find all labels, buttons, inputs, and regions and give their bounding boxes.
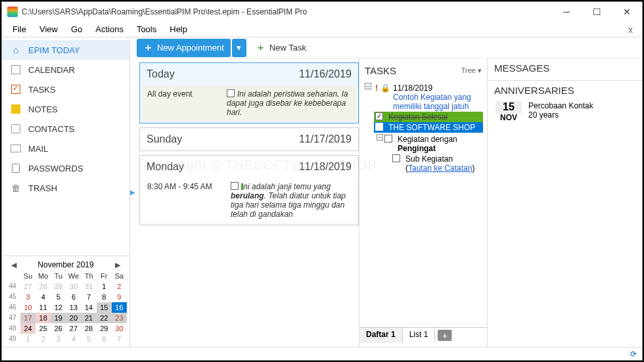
tasks-view-dropdown[interactable]: Tree ▾	[461, 66, 482, 75]
cal-week[interactable]: 49	[5, 334, 20, 344]
nav-contacts[interactable]: CONTACTS	[2, 119, 129, 139]
cal-cell[interactable]: 20	[66, 313, 81, 323]
cal-cell[interactable]: 13	[66, 302, 81, 313]
cal-cell[interactable]: 1	[97, 281, 112, 292]
task-row-selected[interactable]: THE SOFTWARE SHOP	[374, 122, 483, 133]
menu-file[interactable]: File	[6, 22, 33, 36]
cal-cell[interactable]: Mo	[35, 271, 51, 281]
nav-tasks[interactable]: TASKS	[2, 79, 129, 99]
cal-cell[interactable]: Fr	[97, 271, 112, 281]
menu-collapse-button[interactable]: x	[623, 22, 638, 37]
cal-cell[interactable]: 1	[20, 334, 35, 344]
sidebar-expander[interactable]: ▶	[130, 37, 135, 347]
cal-cell[interactable]: 17	[20, 313, 35, 323]
cal-cell[interactable]: Tu	[51, 271, 66, 281]
cal-cell[interactable]: 14	[81, 302, 97, 313]
checkbox[interactable]	[375, 123, 383, 131]
cal-cell[interactable]: 12	[51, 302, 66, 313]
cal-cell[interactable]: 19	[51, 313, 66, 323]
cal-cell[interactable]: 5	[81, 334, 97, 344]
cal-week[interactable]: 46	[5, 302, 20, 313]
cal-cell[interactable]: 30	[112, 323, 127, 334]
checkbox[interactable]	[227, 89, 235, 97]
cal-cell[interactable]: 2	[112, 281, 127, 292]
nav-epim-today[interactable]: ⌂EPIM TODAY	[2, 40, 129, 60]
cal-cell[interactable]: 11	[35, 302, 51, 313]
nav-passwords[interactable]: PASSWORDS	[2, 158, 129, 178]
maximize-button[interactable]: ☐	[582, 2, 612, 22]
cal-cell[interactable]: 5	[51, 292, 66, 302]
cal-cell[interactable]: 18	[35, 313, 51, 323]
task-tab-1[interactable]: Daftar 1	[359, 328, 403, 343]
sync-icon[interactable]: ⟳	[630, 350, 637, 359]
checkbox[interactable]	[392, 154, 400, 162]
new-appointment-dropdown[interactable]: ▾	[232, 39, 246, 57]
add-tab-button[interactable]: +	[438, 330, 452, 341]
task-row-completed[interactable]: Kegiatan Selesai	[374, 112, 483, 122]
cal-cell[interactable]: 4	[35, 292, 51, 302]
task-row-sub[interactable]: Sub Kegiatan (Tautan ke Catatan)	[383, 154, 482, 173]
cal-cell[interactable]: 28	[81, 323, 97, 334]
cal-cell[interactable]: 23	[112, 313, 127, 323]
cal-cell[interactable]: 4	[66, 334, 81, 344]
cal-cell[interactable]: 30	[66, 281, 81, 292]
appointment-item[interactable]: 8:30 AM - 9:45 AM Ini adalah janji temu …	[142, 178, 356, 223]
task-row-date[interactable]: ! 🔒 11/18/2019Contoh Kegiatan yang memil…	[374, 83, 483, 112]
cal-cell[interactable]: 27	[66, 323, 81, 334]
cal-cell[interactable]: 7	[112, 334, 127, 344]
cal-next-button[interactable]: ▶	[112, 261, 123, 269]
cal-cell[interactable]: 25	[35, 323, 51, 334]
nav-calendar[interactable]: CALENDAR	[2, 60, 129, 79]
cal-cell[interactable]: 6	[66, 292, 81, 302]
cal-cell[interactable]: 24	[20, 323, 35, 334]
cal-prev-button[interactable]: ◀	[9, 261, 19, 269]
cal-cell[interactable]: 26	[51, 323, 66, 334]
cal-cell[interactable]: 9	[112, 292, 127, 302]
cal-cell[interactable]: 15	[97, 302, 112, 313]
menu-help[interactable]: Help	[163, 22, 194, 36]
cal-cell[interactable]: 2	[35, 334, 51, 344]
menu-view[interactable]: View	[33, 22, 64, 36]
checkbox[interactable]	[375, 112, 383, 120]
cal-cell[interactable]: 8	[97, 292, 112, 302]
cal-cell[interactable]: 6	[97, 334, 112, 344]
cal-cell[interactable]: Sa	[112, 271, 127, 281]
cal-cell[interactable]: 31	[81, 281, 97, 292]
checkbox[interactable]	[231, 182, 239, 190]
cal-week[interactable]: 44	[5, 281, 20, 292]
cal-cell[interactable]: Su	[20, 271, 35, 281]
cal-cell[interactable]: We	[66, 271, 81, 281]
nav-notes[interactable]: NOTES	[2, 99, 129, 119]
cal-cell[interactable]: 10	[20, 302, 35, 313]
appointment-item[interactable]: All day event Ini adalah peristiwa sehar…	[142, 85, 356, 121]
cal-cell[interactable]: 29	[97, 323, 112, 334]
expand-toggle[interactable]: −	[365, 83, 371, 89]
cal-cell[interactable]: 29	[51, 281, 66, 292]
cal-cell[interactable]: 3	[20, 292, 35, 302]
cal-month-title[interactable]: November 2019	[37, 260, 93, 269]
cal-cell[interactable]: 21	[81, 313, 97, 323]
cal-week[interactable]: 48	[5, 323, 20, 334]
menu-actions[interactable]: Actions	[89, 22, 130, 36]
new-task-button[interactable]: ＋New Task	[249, 39, 313, 57]
cal-cell[interactable]: 7	[81, 292, 97, 302]
cal-cell[interactable]: 3	[51, 334, 66, 344]
cal-cell[interactable]: 16	[112, 302, 127, 313]
cal-cell[interactable]: Th	[81, 271, 97, 281]
expand-toggle[interactable]: −	[377, 134, 383, 141]
close-button[interactable]: ✕	[612, 2, 642, 22]
cal-cell[interactable]: 28	[35, 281, 51, 292]
anniversary-item[interactable]: 15NOV Percobaan Kontak20 years	[494, 99, 635, 125]
note-link[interactable]: Tautan ke Catatan	[408, 164, 472, 173]
task-row[interactable]: Kegiatan dengan Pengingat	[383, 134, 482, 154]
cal-cell[interactable]: 22	[97, 313, 112, 323]
nav-trash[interactable]: 🗑TRASH	[2, 178, 129, 198]
cal-week[interactable]: 47	[5, 313, 20, 323]
menu-tools[interactable]: Tools	[130, 22, 163, 36]
menu-go[interactable]: Go	[64, 22, 89, 36]
cal-cell[interactable]	[5, 271, 20, 281]
task-tab-2[interactable]: List 1	[403, 328, 436, 343]
checkbox[interactable]	[384, 135, 392, 143]
new-appointment-button[interactable]: ＋New Appointment	[137, 39, 231, 57]
nav-mail[interactable]: MAIL	[2, 139, 129, 158]
